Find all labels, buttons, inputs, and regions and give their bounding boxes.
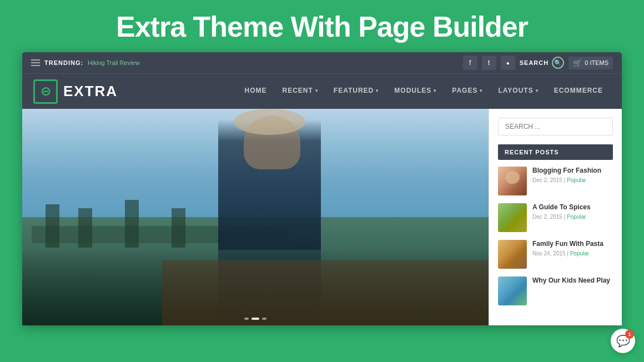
slide-dot — [244, 318, 249, 320]
trending-text: Hiking Trail Review — [88, 59, 140, 66]
hamburger-icon[interactable] — [31, 59, 40, 66]
cart-button[interactable]: 🛒 0 ITEMS — [568, 57, 613, 69]
post-thumbnail — [498, 167, 527, 195]
logo-text: EXTRA — [63, 83, 118, 100]
logo-icon: ⊝ — [33, 79, 58, 104]
cart-text: 0 ITEMS — [585, 59, 608, 66]
twitter-icon[interactable]: t — [482, 56, 496, 70]
chevron-down-icon: ▾ — [315, 88, 318, 93]
page-wrapper: Extra Theme With Page Builder TRENDING: … — [0, 0, 644, 362]
browser-frame: TRENDING: Hiking Trail Review f t ● SEAR… — [22, 52, 622, 325]
chat-widget[interactable]: 💬 1 — [611, 329, 635, 353]
post-thumbnail — [498, 203, 527, 232]
recent-posts-title: RECENT POSTS — [498, 144, 613, 160]
search-icon: 🔍 — [552, 57, 564, 69]
post-info: Family Fun With Pasta Nov 24, 2015 | Pop… — [532, 240, 613, 269]
hero-image — [22, 109, 489, 325]
post-meta: Nov 24, 2015 | Popular — [532, 250, 613, 257]
facebook-icon[interactable]: f — [463, 56, 477, 70]
search-label: SEARCH — [520, 59, 549, 66]
post-info: A Guide To Spices Dec 2, 2015 | Popular — [532, 203, 613, 232]
hero-section — [22, 109, 489, 325]
post-info: Blogging For Fashion Dec 2, 2015 | Popul… — [532, 167, 613, 195]
post-thumbnail — [498, 240, 527, 269]
list-item[interactable]: Family Fun With Pasta Nov 24, 2015 | Pop… — [498, 240, 613, 269]
chevron-down-icon: ▾ — [376, 88, 379, 93]
main-title: Extra Theme With Page Builder — [0, 0, 644, 52]
chat-badge: 1 — [625, 330, 634, 339]
list-item[interactable]: A Guide To Spices Dec 2, 2015 | Popular — [498, 203, 613, 232]
instagram-icon[interactable]: ● — [501, 56, 515, 70]
post-meta: Dec 2, 2015 | Popular — [532, 214, 613, 220]
nav-menu: HOME RECENT ▾ FEATURED ▾ MODULES ▾ PAGES… — [237, 74, 611, 109]
post-meta: Dec 2, 2015 | Popular — [532, 177, 613, 183]
chevron-down-icon: ▾ — [434, 88, 436, 93]
chevron-down-icon: ▾ — [480, 88, 482, 93]
top-bar-right: f t ● SEARCH 🔍 🛒 0 ITEMS — [463, 56, 613, 70]
post-title: Blogging For Fashion — [532, 167, 613, 175]
slide-dot-active — [251, 318, 259, 320]
nav-item-home[interactable]: HOME — [237, 74, 275, 109]
list-item[interactable]: Why Our Kids Need Play — [498, 276, 613, 305]
chevron-down-icon: ▾ — [536, 88, 539, 93]
top-bar: TRENDING: Hiking Trail Review f t ● SEAR… — [22, 52, 622, 73]
nav-item-ecommerce[interactable]: ECOMMERCE — [546, 74, 611, 109]
nav-item-pages[interactable]: PAGES ▾ — [444, 74, 490, 109]
nav-item-modules[interactable]: MODULES ▾ — [386, 74, 444, 109]
search-button[interactable]: SEARCH 🔍 — [520, 57, 564, 69]
slide-dot — [262, 318, 266, 320]
post-thumbnail — [498, 276, 527, 305]
search-input[interactable] — [498, 118, 613, 135]
post-title: Family Fun With Pasta — [532, 240, 613, 249]
cart-icon: 🛒 — [573, 59, 582, 67]
top-bar-left: TRENDING: Hiking Trail Review — [31, 59, 140, 66]
post-title: Why Our Kids Need Play — [532, 276, 613, 285]
logo-area[interactable]: ⊝ EXTRA — [33, 79, 118, 104]
nav-item-recent[interactable]: RECENT ▾ — [275, 74, 326, 109]
trending-label: TRENDING: — [44, 59, 83, 66]
content-area: RECENT POSTS Blogging For Fashion Dec 2,… — [22, 109, 622, 325]
nav-item-layouts[interactable]: LAYOUTS ▾ — [490, 74, 546, 109]
slide-indicator — [244, 318, 266, 320]
sidebar: RECENT POSTS Blogging For Fashion Dec 2,… — [489, 109, 622, 325]
nav-item-featured[interactable]: FEATURED ▾ — [326, 74, 386, 109]
nav-bar: ⊝ EXTRA HOME RECENT ▾ FEATURED ▾ MODULES… — [22, 73, 622, 109]
post-title: A Guide To Spices — [532, 203, 613, 212]
post-info: Why Our Kids Need Play — [532, 276, 613, 305]
list-item[interactable]: Blogging For Fashion Dec 2, 2015 | Popul… — [498, 167, 613, 195]
